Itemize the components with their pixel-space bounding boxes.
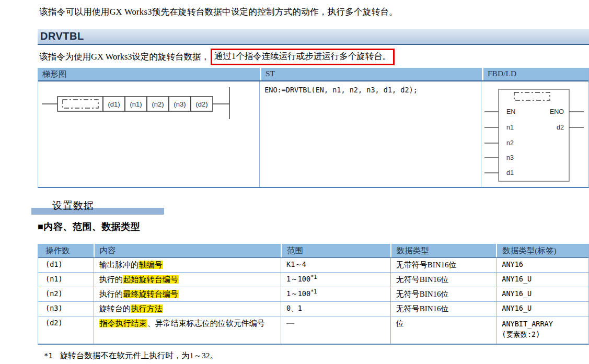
datatype-label-cell: ANY16_U	[496, 302, 588, 316]
col-header-content: 内容	[94, 244, 281, 257]
fbd-input-en: EN	[506, 108, 515, 115]
operand-cell: (n3)	[38, 302, 94, 316]
table-row-n1: (n1) 执行的起始旋转台编号 1～100*1 无符号BIN16位 ANY16_…	[38, 273, 588, 287]
operand-table-header: 操作数 内容 范围 数据类型 数据类型(标签)	[38, 244, 588, 258]
col-header-operand: 操作数	[38, 244, 94, 257]
description-emphasis-red-box: 通过1个指令连续运行或步进运行多个旋转台。	[211, 49, 395, 65]
datatype-label-cell: ANYBIT_ARRAY(要素数:2)	[496, 316, 588, 344]
ladder-operand-n3: (n3)	[174, 100, 186, 108]
range-cell: 1～100*1	[281, 273, 390, 287]
syntax-table-body: (d1) (n1) (n2) (n3) (d2) ENO:=DRVTBL(EN,…	[38, 81, 588, 187]
datatype-label-cell: ANY16	[496, 258, 588, 272]
datatype-cell: 无符号BIN16位	[390, 287, 496, 301]
ladder-diagram: (d1) (n1) (n2) (n3) (d2)	[38, 81, 260, 187]
manual-page: 该指令可以用使用GX Works3预先在旋转台数据中设定的控制方式的动作，执行多…	[0, 0, 589, 364]
operand-cell: (d2)	[38, 316, 94, 344]
fbd-diagram-cell: EN n1 n2 n3 d1 ENO d2	[481, 81, 588, 187]
fbd-input-n1: n1	[506, 124, 514, 131]
syntax-table: 梯形图 ST FBD/LD	[38, 68, 589, 188]
col-header-datatype-label: 数据类型(标签)	[496, 244, 588, 257]
section-title: 设置数据	[52, 199, 94, 213]
st-code-cell: ENO:=DRVTBL(EN, n1, n2, n3, d1, d2);	[259, 81, 481, 187]
fbd-input-d1: d1	[506, 169, 514, 177]
ladder-diagram-cell: (d1) (n1) (n2) (n3) (d2)	[38, 81, 259, 187]
subsection-title: ■内容、范围、数据类型	[38, 220, 140, 233]
content-cell: 执行的起始旋转台编号	[94, 273, 281, 287]
col-header-range: 范围	[281, 244, 390, 257]
footnote-marker: *1	[44, 351, 53, 360]
highlight-text: 起始旋转台编号	[123, 275, 179, 284]
instruction-title: DRVTBL	[38, 29, 589, 42]
datatype-label-cell: ANY16_U	[496, 273, 588, 287]
ladder-operand-n1: (n1)	[130, 100, 142, 108]
range-cell: —	[281, 316, 390, 344]
highlight-text: 轴编号	[138, 261, 163, 269]
operand-cell: (n1)	[38, 273, 94, 287]
operand-cell: (n2)	[38, 287, 94, 301]
highlight-text: 最终旋转台编号	[123, 290, 179, 298]
operand-cell: (d1)	[38, 258, 94, 272]
header-fbd-ld: FBD/LD	[482, 68, 588, 80]
range-cell: 0、1	[281, 302, 390, 316]
section-header-bar	[31, 208, 164, 215]
datatype-label-cell: ANY16_U	[496, 287, 588, 301]
intro-paragraph: 该指令可以用使用GX Works3预先在旋转台数据中设定的控制方式的动作，执行多…	[39, 6, 398, 18]
highlight-text: 指令执行结束	[99, 319, 147, 327]
fbd-output-d2: d2	[557, 124, 564, 131]
fbd-output-eno: ENO	[550, 108, 564, 115]
datatype-cell: 无带符号BIN16位	[390, 258, 496, 272]
operand-table: 操作数 内容 范围 数据类型 数据类型(标签) (d1) 输出脉冲的轴编号 K1…	[38, 244, 589, 345]
ladder-operand-d1: (d1)	[108, 100, 120, 108]
header-ladder: 梯形图	[38, 68, 260, 80]
content-cell: 指令执行结束、异常结束标志位的位软元件编号	[94, 316, 281, 344]
table-row-n2: (n2) 执行的最终旋转台编号 1～100*1 无符号BIN16位 ANY16_…	[38, 287, 588, 302]
table-row-n3: (n3) 旋转台的执行方法 0、1 无符号BIN16位 ANY16_U	[38, 302, 588, 316]
content-cell: 输出脉冲的轴编号	[94, 258, 281, 272]
ladder-operand-n2: (n2)	[152, 100, 164, 108]
fbd-block-diagram: EN n1 n2 n3 d1 ENO d2	[481, 81, 588, 187]
datatype-cell: 无符号BIN16位	[390, 302, 496, 316]
highlight-text: 执行方法	[131, 304, 163, 313]
instruction-title-band: DRVTBL	[38, 29, 589, 45]
footnote-text: 旋转台数据不在软元件上执行时，为1～32。	[60, 351, 218, 360]
footnote: *1旋转台数据不在软元件上执行时，为1～32。	[44, 350, 218, 361]
fbd-input-n2: n2	[506, 139, 514, 147]
header-st: ST	[260, 68, 482, 80]
range-cell: 1～100*1	[281, 287, 390, 301]
description-prefix: 该指令为使用GX Works3设定的旋转台数据，	[39, 51, 210, 63]
table-row-d1: (d1) 输出脉冲的轴编号 K1～4 无带符号BIN16位 ANY16	[38, 258, 588, 273]
instruction-description: 该指令为使用GX Works3设定的旋转台数据， 通过1个指令连续运行或步进运行…	[39, 49, 395, 65]
range-cell: K1～4	[281, 258, 390, 272]
datatype-cell: 无符号BIN16位	[390, 273, 496, 287]
col-header-datatype: 数据类型	[390, 244, 496, 257]
st-code: ENO:=DRVTBL(EN, n1, n2, n3, d1, d2);	[264, 86, 418, 94]
content-cell: 执行的最终旋转台编号	[94, 287, 281, 301]
datatype-cell: 位	[390, 316, 496, 344]
ladder-operand-d2: (d2)	[195, 100, 207, 108]
syntax-table-header: 梯形图 ST FBD/LD	[38, 68, 588, 81]
content-cell: 旋转台的执行方法	[94, 302, 281, 316]
fbd-input-n3: n3	[506, 154, 514, 161]
table-row-d2: (d2) 指令执行结束、异常结束标志位的位软元件编号 — 位 ANYBIT_AR…	[38, 316, 588, 344]
